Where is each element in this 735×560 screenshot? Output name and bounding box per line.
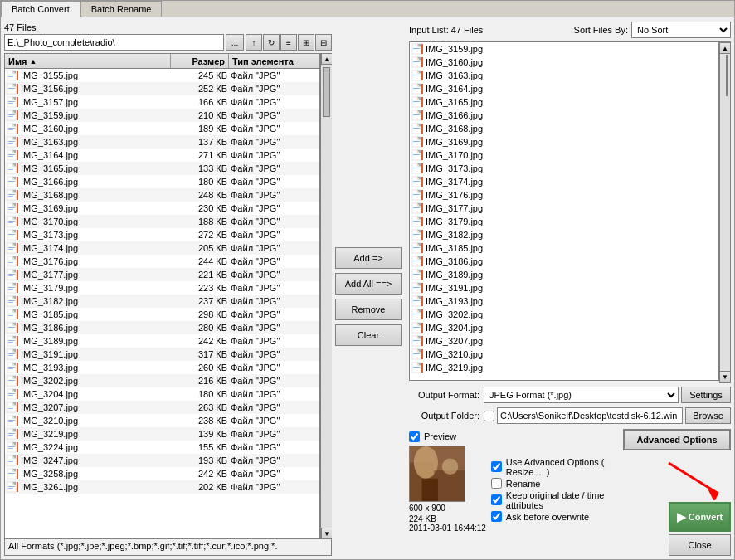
list-item[interactable]: IMG_3179.jpg xyxy=(410,215,718,228)
list-item[interactable]: IMG_3160.jpg xyxy=(410,56,718,69)
table-row[interactable]: IMG_3179.jpg 223 КБ Файл "JPG" xyxy=(5,281,319,295)
table-row[interactable]: IMG_3155.jpg 245 КБ Файл "JPG" xyxy=(5,69,319,82)
view-list-button[interactable]: ≡ xyxy=(280,34,297,51)
list-item[interactable]: IMG_3182.jpg xyxy=(410,228,718,241)
path-input[interactable] xyxy=(4,34,224,51)
add-button[interactable]: Add => xyxy=(335,247,402,269)
refresh-button[interactable]: ↻ xyxy=(263,34,280,51)
keep-date-checkbox[interactable] xyxy=(491,494,502,505)
table-row[interactable]: IMG_3210.jpg 238 КБ Файл "JPG" xyxy=(5,414,319,427)
table-row[interactable]: IMG_3224.jpg 155 КБ Файл "JPG" xyxy=(5,441,319,454)
table-row[interactable]: IMG_3160.jpg 189 КБ Файл "JPG" xyxy=(5,122,319,135)
list-item[interactable]: IMG_3159.jpg xyxy=(410,42,718,56)
view-detail-button[interactable]: ⊟ xyxy=(315,34,332,51)
tab-batch-rename[interactable]: Batch Rename xyxy=(80,1,163,17)
list-item[interactable]: IMG_3210.jpg xyxy=(410,348,718,361)
file-list-area: Имя ▲ Размер Тип элемента xyxy=(4,53,332,539)
folder-input[interactable] xyxy=(497,407,683,424)
col-type-header[interactable]: Тип элемента xyxy=(229,54,319,68)
list-item[interactable]: IMG_3189.jpg xyxy=(410,268,718,281)
settings-button[interactable]: Settings xyxy=(681,387,731,403)
list-item[interactable]: IMG_3219.jpg xyxy=(410,361,718,374)
close-button[interactable]: Close xyxy=(669,534,731,556)
convert-button[interactable]: ▶ Convert xyxy=(669,502,731,532)
list-item[interactable]: IMG_3174.jpg xyxy=(410,175,718,188)
browse-folder-button[interactable]: Browse xyxy=(685,407,731,424)
table-row[interactable]: IMG_3189.jpg 242 КБ Файл "JPG" xyxy=(5,334,319,348)
output-format-select[interactable]: JPEG Format (*.jpg) xyxy=(484,387,679,403)
advanced-options-button[interactable]: Advanced Options xyxy=(623,429,731,450)
preview-checkbox[interactable] xyxy=(409,431,420,442)
list-item[interactable]: IMG_3170.jpg xyxy=(410,149,718,162)
table-row[interactable]: IMG_3174.jpg 205 КБ Файл "JPG" xyxy=(5,241,319,255)
clear-button[interactable]: Clear xyxy=(335,324,402,346)
table-row[interactable]: IMG_3204.jpg 180 КБ Файл "JPG" xyxy=(5,387,319,401)
right-list-container[interactable]: IMG_3159.jpg IMG_3160.jpg IMG_3163.jpg I… xyxy=(409,41,719,381)
list-item[interactable]: IMG_3207.jpg xyxy=(410,334,718,348)
left-scrollbar[interactable]: ▲ ▼ xyxy=(320,53,332,539)
table-row[interactable]: IMG_3159.jpg 210 КБ Файл "JPG" xyxy=(5,109,319,122)
table-row[interactable]: IMG_3157.jpg 166 КБ Файл "JPG" xyxy=(5,95,319,109)
list-item[interactable]: IMG_3169.jpg xyxy=(410,135,718,149)
list-item[interactable]: IMG_3193.jpg xyxy=(410,295,718,308)
list-item[interactable]: IMG_3165.jpg xyxy=(410,95,718,109)
svg-rect-183 xyxy=(421,110,423,120)
list-item[interactable]: IMG_3176.jpg xyxy=(410,188,718,202)
table-row[interactable]: IMG_3247.jpg 193 КБ Файл "JPG" xyxy=(5,454,319,467)
scroll-up-btn[interactable]: ▲ xyxy=(321,53,332,65)
file-name: IMG_3185.jpg xyxy=(21,309,173,319)
list-item[interactable]: IMG_3163.jpg xyxy=(410,69,718,82)
table-row[interactable]: IMG_3261.jpg 202 КБ Файл "JPG" xyxy=(5,480,319,494)
sort-select[interactable]: No Sort xyxy=(631,22,731,38)
list-item[interactable]: IMG_3168.jpg xyxy=(410,122,718,135)
use-advanced-checkbox[interactable] xyxy=(491,461,502,472)
svg-rect-69 xyxy=(17,243,18,253)
list-item[interactable]: IMG_3164.jpg xyxy=(410,82,718,95)
list-item[interactable]: IMG_3185.jpg xyxy=(410,241,718,255)
col-size-header[interactable]: Размер xyxy=(171,54,229,68)
right-scroll-up[interactable]: ▲ xyxy=(719,42,731,54)
file-list-body[interactable]: IMG_3155.jpg 245 КБ Файл "JPG" IMG_3156.… xyxy=(5,69,319,538)
table-row[interactable]: IMG_3163.jpg 137 КБ Файл "JPG" xyxy=(5,135,319,149)
list-item[interactable]: IMG_3173.jpg xyxy=(410,162,718,175)
table-row[interactable]: IMG_3193.jpg 260 КБ Файл "JPG" xyxy=(5,361,319,374)
file-name: IMG_3155.jpg xyxy=(21,71,173,80)
list-item[interactable]: IMG_3191.jpg xyxy=(410,281,718,295)
col-name-header[interactable]: Имя ▲ xyxy=(5,54,171,68)
browse-path-button[interactable]: ... xyxy=(226,34,244,51)
table-row[interactable]: IMG_3219.jpg 139 КБ Файл "JPG" xyxy=(5,427,319,441)
list-item[interactable]: IMG_3204.jpg xyxy=(410,321,718,334)
list-item[interactable]: IMG_3166.jpg xyxy=(410,109,718,122)
table-row[interactable]: IMG_3169.jpg 230 КБ Файл "JPG" xyxy=(5,202,319,215)
list-item[interactable]: IMG_3202.jpg xyxy=(410,308,718,321)
folder-up-button[interactable]: ↑ xyxy=(246,34,262,51)
right-scrollbar[interactable]: ▲ ▼ xyxy=(719,41,731,383)
output-folder-checkbox[interactable] xyxy=(484,411,494,421)
table-row[interactable]: IMG_3170.jpg 188 КБ Файл "JPG" xyxy=(5,215,319,228)
tab-batch-convert[interactable]: Batch Convert xyxy=(1,1,80,17)
add-all-button[interactable]: Add All ==> xyxy=(335,273,402,295)
table-row[interactable]: IMG_3166.jpg 180 КБ Файл "JPG" xyxy=(5,175,319,188)
table-row[interactable]: IMG_3182.jpg 237 КБ Файл "JPG" xyxy=(5,295,319,308)
table-row[interactable]: IMG_3207.jpg 263 КБ Файл "JPG" xyxy=(5,401,319,414)
scroll-down-btn[interactable]: ▼ xyxy=(321,528,332,539)
view-grid-button[interactable]: ⊞ xyxy=(298,34,314,51)
list-item[interactable]: IMG_3186.jpg xyxy=(410,255,718,268)
table-row[interactable]: IMG_3202.jpg 216 КБ Файл "JPG" xyxy=(5,374,319,387)
table-row[interactable]: IMG_3191.jpg 317 КБ Файл "JPG" xyxy=(5,348,319,361)
table-row[interactable]: IMG_3258.jpg 242 КБ Файл "JPG" xyxy=(5,467,319,480)
table-row[interactable]: IMG_3186.jpg 280 КБ Файл "JPG" xyxy=(5,321,319,334)
table-row[interactable]: IMG_3168.jpg 248 КБ Файл "JPG" xyxy=(5,188,319,202)
table-row[interactable]: IMG_3165.jpg 133 КБ Файл "JPG" xyxy=(5,162,319,175)
table-row[interactable]: IMG_3176.jpg 244 КБ Файл "JPG" xyxy=(5,255,319,268)
table-row[interactable]: IMG_3156.jpg 252 КБ Файл "JPG" xyxy=(5,82,319,95)
list-item[interactable]: IMG_3177.jpg xyxy=(410,202,718,215)
remove-button[interactable]: Remove xyxy=(335,299,402,320)
table-row[interactable]: IMG_3164.jpg 271 КБ Файл "JPG" xyxy=(5,149,319,162)
table-row[interactable]: IMG_3177.jpg 221 КБ Файл "JPG" xyxy=(5,268,319,281)
right-scroll-down[interactable]: ▼ xyxy=(719,371,731,382)
table-row[interactable]: IMG_3185.jpg 298 КБ Файл "JPG" xyxy=(5,308,319,321)
rename-checkbox[interactable] xyxy=(491,478,502,489)
table-row[interactable]: IMG_3173.jpg 272 КБ Файл "JPG" xyxy=(5,228,319,241)
ask-overwrite-checkbox[interactable] xyxy=(491,511,502,522)
